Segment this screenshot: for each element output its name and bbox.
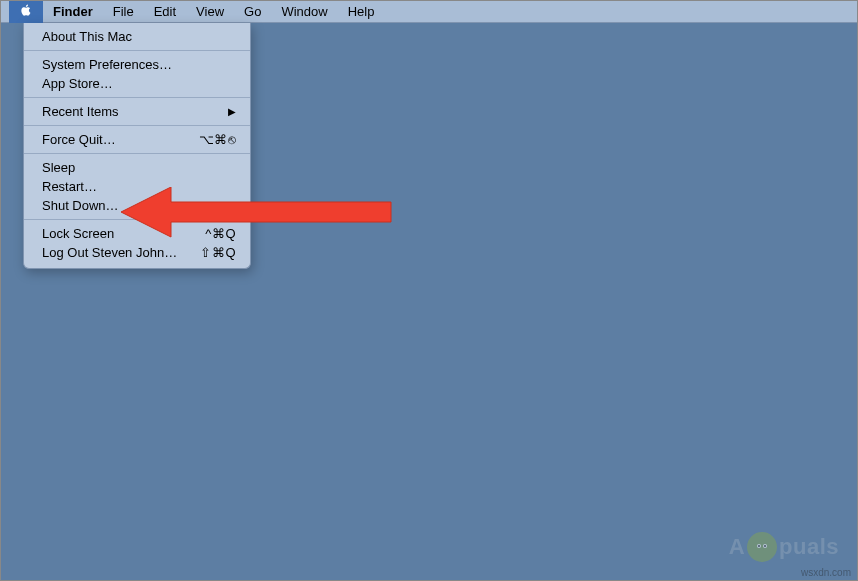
menu-item-label: Restart…	[42, 179, 97, 194]
credit-text: wsxdn.com	[801, 567, 851, 578]
menu-item-system-preferences[interactable]: System Preferences…	[24, 55, 250, 74]
svg-point-1	[753, 538, 771, 556]
submenu-arrow-icon: ▶	[228, 106, 236, 117]
svg-point-5	[764, 545, 766, 547]
menubar-item-go[interactable]: Go	[234, 1, 271, 23]
menu-shortcut: ^⌘Q	[205, 226, 236, 241]
menu-separator	[24, 219, 250, 220]
menu-item-label: Lock Screen	[42, 226, 114, 241]
menu-item-label: Log Out Steven John…	[42, 245, 177, 260]
menu-item-label: Recent Items	[42, 104, 119, 119]
menubar: Finder File Edit View Go Window Help	[1, 1, 857, 23]
menu-item-shut-down[interactable]: Shut Down…	[24, 196, 250, 215]
menu-separator	[24, 153, 250, 154]
menubar-item-edit[interactable]: Edit	[144, 1, 186, 23]
menubar-item-file[interactable]: File	[103, 1, 144, 23]
menu-separator	[24, 97, 250, 98]
menu-item-app-store[interactable]: App Store…	[24, 74, 250, 93]
menu-item-force-quit[interactable]: Force Quit… ⌥⌘⎋	[24, 130, 250, 149]
menu-item-sleep[interactable]: Sleep	[24, 158, 250, 177]
watermark-text-post: puals	[779, 534, 839, 560]
svg-point-4	[758, 545, 760, 547]
menu-separator	[24, 50, 250, 51]
menu-item-restart[interactable]: Restart…	[24, 177, 250, 196]
mascot-icon	[747, 532, 777, 562]
apple-icon	[19, 3, 33, 20]
watermark-text-pre: A	[729, 534, 745, 560]
menubar-item-finder[interactable]: Finder	[43, 1, 103, 23]
menu-item-about-this-mac[interactable]: About This Mac	[24, 27, 250, 46]
apple-menu-dropdown: About This Mac System Preferences… App S…	[23, 23, 251, 269]
menu-item-label: About This Mac	[42, 29, 132, 44]
menu-item-label: Force Quit…	[42, 132, 116, 147]
menu-item-recent-items[interactable]: Recent Items ▶	[24, 102, 250, 121]
menu-item-label: Sleep	[42, 160, 75, 175]
menu-item-label: Shut Down…	[42, 198, 119, 213]
menu-shortcut: ⌥⌘⎋	[199, 132, 237, 147]
menu-item-label: App Store…	[42, 76, 113, 91]
menu-item-label: System Preferences…	[42, 57, 172, 72]
menu-item-log-out[interactable]: Log Out Steven John… ⇧⌘Q	[24, 243, 250, 262]
menubar-item-window[interactable]: Window	[271, 1, 337, 23]
apple-menu-button[interactable]	[9, 1, 43, 23]
menu-shortcut: ⇧⌘Q	[200, 245, 236, 260]
menubar-item-view[interactable]: View	[186, 1, 234, 23]
menubar-item-help[interactable]: Help	[338, 1, 385, 23]
watermark-logo: A puals	[729, 532, 839, 562]
menu-item-lock-screen[interactable]: Lock Screen ^⌘Q	[24, 224, 250, 243]
menu-separator	[24, 125, 250, 126]
